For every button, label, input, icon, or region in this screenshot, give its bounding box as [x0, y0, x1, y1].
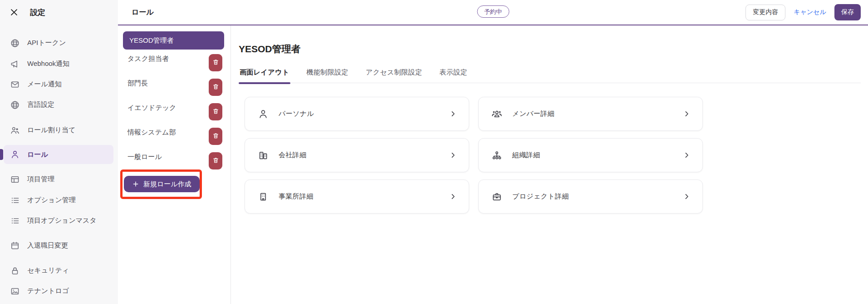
building-icon	[258, 191, 269, 202]
chevron-right-icon	[683, 151, 691, 159]
tab-access-restriction[interactable]: アクセス制限設定	[365, 68, 423, 83]
person-icon	[10, 150, 20, 159]
card-office-detail[interactable]: 事業所詳細	[245, 179, 469, 214]
role-item[interactable]: イエソドテック	[118, 99, 230, 123]
role-item[interactable]: タスク担当者	[118, 50, 230, 74]
sidebar-item-security[interactable]: セキュリティ	[0, 260, 118, 281]
close-icon[interactable]	[9, 7, 19, 17]
globe-icon	[10, 100, 20, 110]
selected-indicator-bar	[0, 149, 3, 160]
sidebar-item-api-token[interactable]: APIトークン	[0, 33, 118, 53]
list-icon	[10, 216, 20, 226]
cancel-link[interactable]: キャンセル	[794, 8, 826, 16]
topbar: ロール 予約中 変更内容 キャンセル 保存	[118, 0, 868, 25]
topbar-actions: 変更内容 キャンセル 保存	[745, 4, 861, 20]
sidebar-item-label: 入退職日変更	[27, 241, 68, 250]
role-item[interactable]: 部門長	[118, 74, 230, 99]
tab-display-settings[interactable]: 表示設定	[439, 68, 469, 83]
sidebar-item-label: 言語設定	[27, 100, 54, 109]
page-title: ロール	[132, 8, 154, 17]
create-role-button[interactable]: 新規ロール作成	[124, 176, 200, 192]
save-button[interactable]: 保存	[834, 4, 861, 20]
sidebar-item-label: APIトークン	[27, 39, 66, 47]
delete-role-button[interactable]	[209, 128, 222, 145]
trash-icon	[212, 83, 219, 91]
card-organization-detail[interactable]: 組織詳細	[478, 138, 703, 172]
role-item-selected[interactable]: YESOD管理者	[123, 31, 224, 50]
settings-sidebar: 設定 APIトークン Webhook通知 メール通知 言語設定 ロール割り当て …	[0, 0, 118, 304]
sidebar-item-label: メール通知	[27, 80, 62, 89]
role-detail-title: YESOD管理者	[239, 43, 868, 55]
role-detail-content: YESOD管理者 画面レイアウト 機能制限設定 アクセス制限設定 表示設定 パー…	[231, 25, 868, 304]
mail-icon	[10, 80, 20, 90]
chevron-right-icon	[449, 151, 457, 159]
sidebar-item-role-assign[interactable]: ロール割り当て	[0, 120, 118, 140]
sidebar-item-label: Webhook通知	[27, 60, 69, 68]
card-personal[interactable]: パーソナル	[245, 97, 469, 131]
sidebar-item-roles[interactable]: ロール	[4, 145, 113, 164]
trash-icon	[212, 108, 219, 116]
layout-cards-grid: パーソナル メンバー詳細 会社詳細 組織詳細 事業所詳細	[245, 97, 868, 214]
tab-function-restriction[interactable]: 機能制限設定	[306, 68, 349, 83]
roles-list-panel: YESOD管理者 タスク担当者 部門長 イエソドテック 情報システム部	[118, 25, 231, 304]
table-icon	[10, 174, 20, 184]
role-item[interactable]: 一般ロール	[118, 148, 230, 172]
sidebar-item-language[interactable]: 言語設定	[0, 95, 118, 115]
sidebar-item-label: テナントロゴ	[27, 287, 69, 295]
globe-icon	[10, 38, 20, 48]
sidebar-item-tenant-logo[interactable]: テナントロゴ	[0, 281, 118, 301]
lock-icon	[10, 266, 20, 276]
buildings-icon	[258, 150, 269, 161]
sidebar-item-label: ロール	[27, 150, 48, 159]
card-project-detail[interactable]: プロジェクト詳細	[478, 179, 703, 214]
calendar-icon	[10, 241, 20, 251]
sidebar-item-join-leave-dates[interactable]: 入退職日変更	[0, 235, 118, 256]
sidebar-item-label: セキュリティ	[27, 266, 69, 275]
chevron-right-icon	[449, 110, 457, 118]
delete-role-button[interactable]	[209, 152, 222, 169]
role-item[interactable]: 情報システム部	[118, 123, 230, 148]
sidebar-item-label: 項目管理	[27, 175, 54, 184]
person-icon	[258, 109, 269, 120]
card-company-detail[interactable]: 会社詳細	[245, 138, 469, 172]
trash-icon	[212, 157, 219, 165]
sidebar-item-option-master[interactable]: 項目オプションマスタ	[0, 210, 118, 231]
chevron-right-icon	[449, 193, 457, 200]
card-member-detail[interactable]: メンバー詳細	[478, 97, 703, 131]
settings-title: 設定	[30, 7, 45, 18]
people-icon	[10, 125, 20, 135]
sidebar-header: 設定	[0, 0, 118, 25]
delete-role-button[interactable]	[209, 103, 222, 120]
sidebar-item-label: ロール割り当て	[27, 126, 75, 135]
tab-screen-layout[interactable]: 画面レイアウト	[239, 68, 290, 83]
sidebar-item-option-mgmt[interactable]: オプション管理	[0, 190, 118, 210]
list-icon	[10, 195, 20, 205]
chevron-right-icon	[683, 193, 691, 200]
org-tree-icon	[491, 150, 502, 161]
sidebar-item-label: オプション管理	[27, 196, 76, 204]
briefcase-icon	[491, 191, 502, 202]
status-badge: 予約中	[477, 5, 509, 18]
chevron-right-icon	[683, 110, 691, 118]
group-icon	[491, 109, 502, 120]
delete-role-button[interactable]	[209, 54, 222, 71]
role-detail-tabs: 画面レイアウト 機能制限設定 アクセス制限設定 表示設定	[239, 68, 861, 83]
image-icon	[10, 286, 20, 296]
settings-page: 設定 APIトークン Webhook通知 メール通知 言語設定 ロール割り当て …	[0, 0, 868, 304]
plus-icon	[132, 180, 139, 188]
changes-button[interactable]: 変更内容	[745, 5, 785, 20]
sidebar-item-mail-notify[interactable]: メール通知	[0, 74, 118, 95]
trash-icon	[212, 132, 219, 140]
sidebar-item-field-mgmt[interactable]: 項目管理	[0, 169, 118, 189]
trash-icon	[212, 59, 219, 67]
sidebar-item-webhook[interactable]: Webhook通知	[0, 54, 118, 74]
megaphone-icon	[10, 59, 20, 69]
delete-role-button[interactable]	[209, 79, 222, 96]
sidebar-item-label: 項目オプションマスタ	[27, 216, 97, 225]
